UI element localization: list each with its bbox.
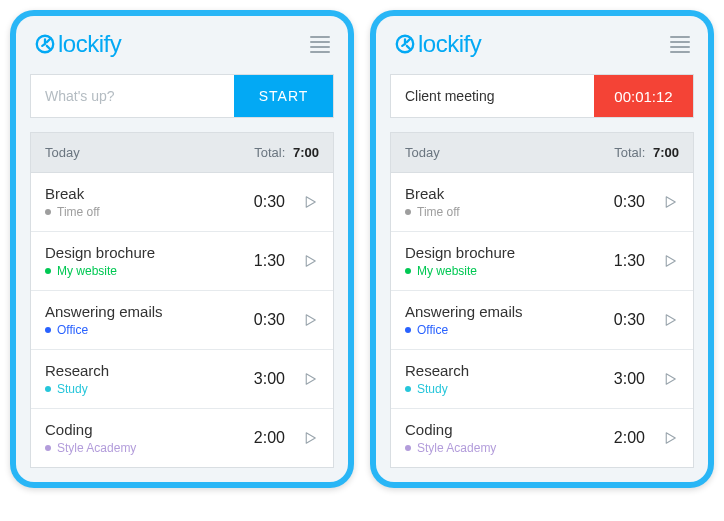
play-icon[interactable] [661, 193, 679, 211]
project-dot-icon [45, 209, 51, 215]
clockify-logo-icon [34, 33, 56, 55]
app-logo-text: lockify [418, 30, 481, 58]
entry-project: Style Academy [45, 441, 254, 455]
entry-duration: 2:00 [254, 429, 285, 447]
timer-input-row: START [30, 74, 334, 118]
header: lockify [376, 16, 708, 68]
play-icon[interactable] [661, 370, 679, 388]
clockify-logo-icon [394, 33, 416, 55]
entry-title: Break [405, 185, 614, 202]
entry-info: Answering emailsOffice [405, 303, 614, 337]
entry-info: ResearchStudy [45, 362, 254, 396]
time-entry[interactable]: CodingStyle Academy2:00 [31, 409, 333, 467]
entry-duration: 0:30 [614, 311, 645, 329]
play-icon[interactable] [661, 311, 679, 329]
task-input[interactable] [31, 75, 234, 117]
project-dot-icon [405, 327, 411, 333]
entry-title: Coding [405, 421, 614, 438]
start-button[interactable]: START [234, 75, 333, 117]
entries-list: Today Total: 7:00 BreakTime off0:30Desig… [390, 132, 694, 468]
time-entry[interactable]: CodingStyle Academy2:00 [391, 409, 693, 467]
project-name: Office [417, 323, 448, 337]
day-label: Today [405, 145, 440, 160]
entry-duration: 1:30 [614, 252, 645, 270]
time-entry[interactable]: Answering emailsOffice0:30 [391, 291, 693, 350]
project-dot-icon [45, 386, 51, 392]
entry-info: Design brochureMy website [45, 244, 254, 278]
project-name: Time off [57, 205, 100, 219]
screen: lockify 00:01:12 Today Total: 7:00 Break… [376, 16, 708, 482]
phone-left: lockify START Today Total: 7:00 BreakTim… [10, 10, 354, 488]
menu-icon[interactable] [310, 36, 330, 53]
play-icon[interactable] [301, 370, 319, 388]
phone-right: lockify 00:01:12 Today Total: 7:00 Break… [370, 10, 714, 488]
entry-duration: 0:30 [254, 193, 285, 211]
project-name: Study [57, 382, 88, 396]
project-dot-icon [405, 445, 411, 451]
stop-button[interactable]: 00:01:12 [594, 75, 693, 117]
entry-duration: 3:00 [254, 370, 285, 388]
app-logo-text: lockify [58, 30, 121, 58]
play-icon[interactable] [301, 429, 319, 447]
play-icon[interactable] [661, 429, 679, 447]
entry-title: Design brochure [45, 244, 254, 261]
entry-title: Break [45, 185, 254, 202]
entry-project: Study [45, 382, 254, 396]
entry-title: Design brochure [405, 244, 614, 261]
project-name: My website [417, 264, 477, 278]
entry-title: Answering emails [45, 303, 254, 320]
entry-project: Style Academy [405, 441, 614, 455]
entry-duration: 0:30 [254, 311, 285, 329]
entry-info: CodingStyle Academy [405, 421, 614, 455]
entry-project: Time off [45, 205, 254, 219]
total-label: Total: [254, 145, 285, 160]
time-entry[interactable]: Design brochureMy website1:30 [31, 232, 333, 291]
entries-list: Today Total: 7:00 BreakTime off0:30Desig… [30, 132, 334, 468]
entry-duration: 3:00 [614, 370, 645, 388]
time-entry[interactable]: BreakTime off0:30 [391, 173, 693, 232]
entry-duration: 0:30 [614, 193, 645, 211]
play-icon[interactable] [661, 252, 679, 270]
project-dot-icon [405, 386, 411, 392]
project-name: Office [57, 323, 88, 337]
time-entry[interactable]: Answering emailsOffice0:30 [31, 291, 333, 350]
play-icon[interactable] [301, 252, 319, 270]
entry-info: BreakTime off [45, 185, 254, 219]
entry-project: Office [45, 323, 254, 337]
play-icon[interactable] [301, 193, 319, 211]
project-name: Style Academy [417, 441, 496, 455]
task-input[interactable] [391, 75, 594, 117]
project-dot-icon [405, 268, 411, 274]
entry-project: My website [45, 264, 254, 278]
total-value: 7:00 [293, 145, 319, 160]
header: lockify [16, 16, 348, 68]
entry-info: ResearchStudy [405, 362, 614, 396]
entry-duration: 2:00 [614, 429, 645, 447]
entry-info: Answering emailsOffice [45, 303, 254, 337]
entry-title: Research [405, 362, 614, 379]
screen: lockify START Today Total: 7:00 BreakTim… [16, 16, 348, 482]
entries-container: BreakTime off0:30Design brochureMy websi… [31, 173, 333, 467]
total-label: Total: [614, 145, 645, 160]
project-name: Time off [417, 205, 460, 219]
entry-project: My website [405, 264, 614, 278]
entry-project: Time off [405, 205, 614, 219]
project-dot-icon [45, 268, 51, 274]
time-entry[interactable]: ResearchStudy3:00 [31, 350, 333, 409]
project-name: My website [57, 264, 117, 278]
time-entry[interactable]: BreakTime off0:30 [31, 173, 333, 232]
entry-info: Design brochureMy website [405, 244, 614, 278]
entry-title: Research [45, 362, 254, 379]
entry-project: Office [405, 323, 614, 337]
menu-icon[interactable] [670, 36, 690, 53]
entry-duration: 1:30 [254, 252, 285, 270]
play-icon[interactable] [301, 311, 319, 329]
entry-title: Answering emails [405, 303, 614, 320]
total-wrapper: Total: 7:00 [254, 145, 319, 160]
day-label: Today [45, 145, 80, 160]
app-logo: lockify [34, 30, 121, 58]
time-entry[interactable]: Design brochureMy website1:30 [391, 232, 693, 291]
time-entry[interactable]: ResearchStudy3:00 [391, 350, 693, 409]
entries-container: BreakTime off0:30Design brochureMy websi… [391, 173, 693, 467]
total-wrapper: Total: 7:00 [614, 145, 679, 160]
